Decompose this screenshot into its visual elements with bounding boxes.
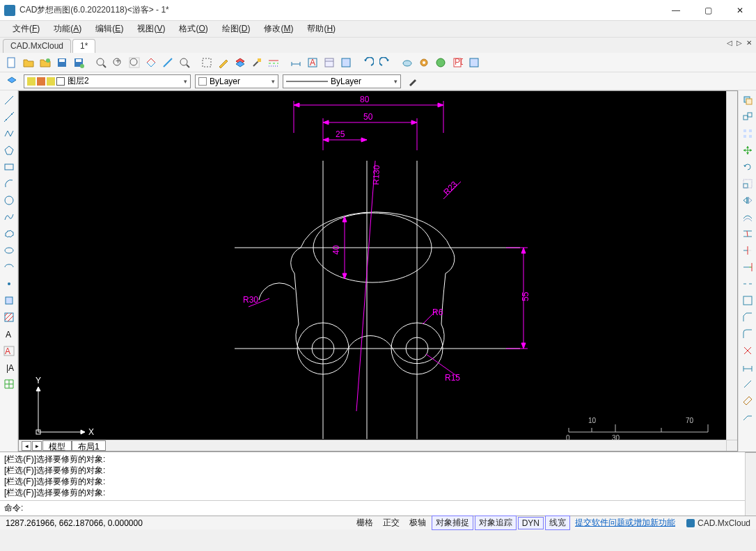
match-prop-button[interactable] (249, 55, 265, 70)
toggle-grid[interactable]: 栅格 (352, 516, 377, 530)
toggle-osnap[interactable]: 对象捕捉 (432, 516, 473, 530)
text-tool[interactable]: A (2, 327, 16, 341)
menu-modify[interactable]: 修改(M) (257, 22, 300, 36)
toggle-lwt[interactable]: 线宽 (545, 516, 570, 530)
toggle-polar[interactable]: 极轴 (405, 516, 430, 530)
copy-tool[interactable] (741, 110, 755, 124)
vertical-scrollbar[interactable] (726, 91, 737, 440)
dimension-button[interactable] (288, 55, 304, 70)
command-input[interactable]: 命令: (0, 500, 745, 516)
open-cloud-button[interactable] (38, 55, 53, 70)
menu-draw[interactable]: 绘图(D) (215, 22, 258, 36)
sheet-prev-button[interactable]: ◂ (22, 441, 31, 451)
menu-view[interactable]: 视图(V) (130, 22, 172, 36)
zoom-extents-button[interactable] (143, 55, 159, 70)
menu-function[interactable]: 功能(A) (47, 22, 88, 36)
hatch-tool[interactable] (2, 310, 16, 324)
dim-linear-tool[interactable] (741, 360, 755, 374)
table-tool[interactable] (2, 377, 16, 391)
tab-close-icon[interactable]: ✕ (746, 39, 752, 47)
tab-next-icon[interactable]: ▷ (737, 39, 742, 47)
join-tool[interactable] (741, 294, 755, 308)
color-dropdown[interactable]: ByLayer ▾ (195, 74, 278, 88)
find-button[interactable]: A (305, 55, 320, 70)
scale-tool[interactable] (741, 177, 755, 191)
properties-button[interactable] (322, 55, 337, 70)
arc-tool[interactable] (2, 177, 16, 191)
copyclip-tool[interactable] (741, 93, 755, 107)
measure-tool[interactable] (741, 394, 755, 408)
array-tool[interactable] (741, 127, 755, 141)
mtext-tool[interactable]: A (2, 344, 16, 358)
layer-manager-button[interactable] (4, 74, 19, 89)
select-button[interactable] (199, 55, 214, 70)
rectangle-tool[interactable] (2, 160, 16, 174)
brush-button[interactable] (405, 74, 420, 89)
doc-tab-1[interactable]: 1* (72, 39, 95, 53)
line-tool[interactable] (2, 93, 16, 107)
drawing-canvas[interactable]: 80 50 25 R130 R23 40 55 R30 R6 R15 (19, 91, 726, 440)
mirror-tool[interactable] (741, 193, 755, 207)
saveas-button[interactable] (71, 55, 86, 70)
rotate-tool[interactable] (741, 160, 755, 174)
explode-tool[interactable] (741, 344, 755, 358)
trim-tool[interactable] (741, 243, 755, 257)
ellipse-arc-tool[interactable] (2, 260, 16, 274)
linetype-button[interactable] (266, 55, 281, 70)
block-tool[interactable] (2, 294, 16, 308)
toggle-otrack[interactable]: 对象追踪 (475, 516, 517, 530)
fillet-tool[interactable] (741, 327, 755, 341)
feedback-link[interactable]: 提交软件问题或增加新功能 (575, 517, 675, 529)
pencil-button[interactable] (216, 55, 231, 70)
redo-button[interactable] (377, 55, 393, 70)
horizontal-scrollbar[interactable]: ◂ ▸ 模型 布局1 (19, 440, 726, 451)
zoom-in-button[interactable]: + (110, 55, 125, 70)
minimize-button[interactable]: — (660, 0, 692, 21)
undo-button[interactable] (361, 55, 376, 70)
doc-tab-cloud[interactable]: CAD.MxCloud (3, 39, 71, 53)
extend-tool[interactable] (741, 260, 755, 274)
settings-button[interactable] (416, 55, 432, 70)
menu-help[interactable]: 帮助(H) (300, 22, 342, 36)
menu-edit[interactable]: 编辑(E) (88, 22, 130, 36)
dim-aligned-tool[interactable] (741, 377, 755, 391)
cloud-button[interactable] (400, 55, 415, 70)
pline-tool[interactable] (2, 127, 16, 141)
globe-button[interactable] (433, 55, 448, 70)
help-button[interactable] (466, 55, 482, 70)
menu-format[interactable]: 格式(O) (172, 22, 214, 36)
xline-tool[interactable] (2, 110, 16, 124)
leader-tool[interactable] (741, 410, 755, 424)
menu-file[interactable]: 文件(F) (6, 22, 47, 36)
circle-tool[interactable] (2, 193, 16, 207)
pan-button[interactable] (160, 55, 175, 70)
ellipse-tool[interactable] (2, 243, 16, 257)
break-tool[interactable] (741, 277, 755, 291)
save-button[interactable] (54, 55, 70, 70)
tab-layout1[interactable]: 布局1 (72, 440, 106, 451)
zoom-window-button[interactable] (93, 55, 109, 70)
point-tool[interactable] (2, 277, 16, 291)
pdf-button[interactable]: PDF (450, 55, 465, 70)
close-button[interactable]: ✕ (724, 0, 756, 21)
revcloud-tool[interactable] (2, 227, 16, 241)
offset-tool[interactable] (741, 210, 755, 224)
toggle-dyn[interactable]: DYN (518, 517, 544, 529)
toggle-ortho[interactable]: 正交 (379, 516, 404, 530)
sheet-next-button[interactable]: ▸ (32, 441, 42, 451)
block-editor-button[interactable] (338, 55, 354, 70)
stretch-tool[interactable] (741, 227, 755, 241)
command-history[interactable]: [栏选(F)]选择要修剪的对象: [栏选(F)]选择要修剪的对象: [栏选(F)… (0, 452, 745, 500)
linetype-dropdown[interactable]: ByLayer ▾ (283, 74, 401, 88)
new-file-button[interactable] (4, 55, 19, 70)
polygon-tool[interactable] (2, 143, 16, 157)
spline-tool[interactable] (2, 210, 16, 224)
layers-button[interactable] (233, 55, 248, 70)
vtext-tool[interactable]: |A (2, 360, 16, 374)
zoom-realtime-button[interactable] (177, 55, 192, 70)
zoom-out-button[interactable] (127, 55, 142, 70)
tab-prev-icon[interactable]: ◁ (727, 39, 732, 47)
tab-model[interactable]: 模型 (42, 440, 72, 451)
maximize-button[interactable]: ▢ (692, 0, 724, 21)
move-tool[interactable] (741, 143, 755, 157)
